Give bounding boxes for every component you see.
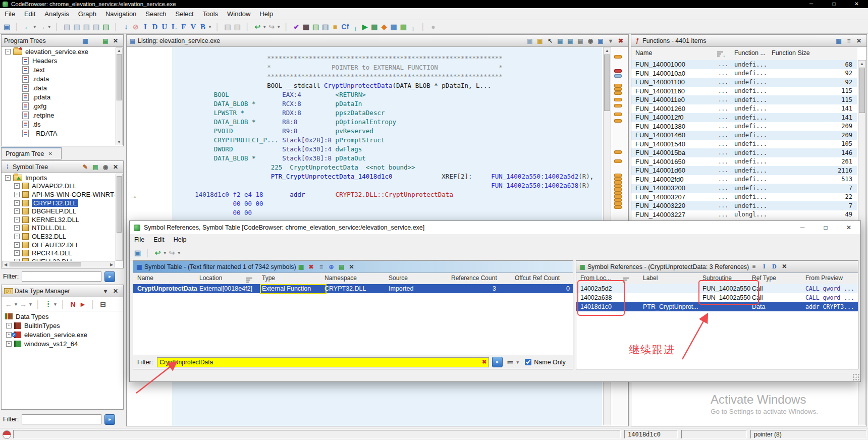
marker-change-icon[interactable]	[614, 202, 622, 205]
no-edit-icon[interactable]: N	[70, 299, 76, 310]
ref-list-icon[interactable]: ≡	[750, 263, 757, 270]
caret-icon[interactable]: ▾	[14, 299, 18, 310]
function-row[interactable]: FUN_140001260 ... undefi... 141	[631, 104, 857, 114]
separator[interactable]: │	[53, 21, 60, 32]
validate-icon[interactable]: ✔	[293, 21, 300, 32]
marker-change-icon[interactable]	[614, 191, 622, 195]
back-icon[interactable]: ←	[5, 299, 12, 310]
comment-bubble-icon[interactable]: ●	[430, 21, 437, 32]
no-pointer-icon[interactable]: ►	[79, 299, 86, 310]
menu-icon[interactable]: ≡	[845, 37, 852, 44]
program-tree-item[interactable]: .gxfg	[2, 101, 115, 111]
tree-root-row[interactable]: − elevation_service.exe	[2, 47, 115, 56]
symbol-reference-row[interactable]: 14002a5d2 FUN_14002a550 Call CALL qword …	[576, 284, 858, 293]
close-icon[interactable]: ✖	[617, 37, 624, 44]
import-dll-item[interactable]: + KERNEL32.DLL	[2, 215, 115, 224]
program-tree-item[interactable]: Headers	[2, 56, 115, 65]
import-dll-item[interactable]: + RPCRT4.DLL	[2, 249, 115, 257]
menu-item[interactable]: Select	[171, 10, 198, 18]
close-icon[interactable]: ✕	[112, 163, 119, 171]
symbol-tree-hscrollbar[interactable]: ◀ ▶	[2, 261, 115, 267]
import-icon[interactable]: ▤	[92, 163, 99, 171]
marker-change-icon[interactable]	[614, 198, 622, 202]
function-row[interactable]: FUN_1400015ba ... undefi... 146	[631, 148, 857, 157]
dtm-item[interactable]: + BuiltInTypes	[2, 321, 123, 330]
marker-change-icon[interactable]	[614, 159, 622, 163]
save-icon[interactable]: ▣	[4, 21, 10, 32]
marker-change-icon[interactable]	[614, 181, 622, 184]
stamp2-icon[interactable]: ▤	[234, 21, 241, 32]
menu-item[interactable]: Window	[223, 10, 255, 18]
close-icon[interactable]: ✕	[348, 263, 355, 270]
letter-l-icon[interactable]: L	[171, 21, 177, 32]
snapshot-camera-icon[interactable]: ◉	[102, 163, 109, 171]
marker-change-icon[interactable]	[614, 174, 622, 177]
function-row[interactable]: FUN_1400010a0 ... undefi... 92	[631, 69, 857, 78]
marker-change-icon[interactable]	[614, 188, 622, 191]
clear-code-icon[interactable]: ⊘	[132, 21, 139, 32]
dtm-item[interactable]: + windows_vs12_64	[2, 339, 123, 348]
tab-close-icon[interactable]: ✕	[48, 151, 52, 156]
program-tree-item[interactable]: .pdata	[2, 92, 115, 101]
expand-expander[interactable]: +	[14, 183, 20, 189]
menu-item[interactable]: Tools	[198, 10, 223, 18]
menu-item[interactable]: Edit	[149, 236, 169, 243]
binary-view-icon[interactable]: ▥	[303, 21, 309, 32]
separator[interactable]: │	[90, 299, 96, 310]
function-row[interactable]: FUN_1400011e0 ... undefi... 115	[631, 95, 857, 104]
function-row[interactable]: FUN_140001160 ... undefi... 115	[631, 87, 857, 96]
separator[interactable]: │	[283, 21, 290, 32]
function-row[interactable]: FUN_140003207 ... undefi... 22	[631, 193, 857, 202]
function-row[interactable]: FUN_1400012f0 ... undefi... 141	[631, 113, 857, 122]
instruction-refs-icon[interactable]: I	[761, 263, 768, 270]
diff-apply-icon[interactable]: ▤	[567, 37, 574, 44]
separator[interactable]: │	[60, 299, 66, 310]
memory-map-icon[interactable]: ▤	[322, 21, 329, 32]
filter-options-icon[interactable]: ≔	[507, 358, 514, 366]
separator[interactable]: │	[14, 21, 20, 32]
table-export-icon[interactable]: ▦	[400, 21, 407, 32]
program-tree-item[interactable]: .rdata	[2, 74, 115, 83]
marker-change-icon[interactable]	[614, 184, 622, 188]
imports-root-row[interactable]: − Imports	[2, 174, 115, 182]
import-dll-item[interactable]: + NTDLL.DLL	[2, 224, 115, 233]
close-button[interactable]: ✕	[845, 0, 868, 8]
run-script-icon[interactable]: ▶	[361, 21, 368, 32]
redo-icon[interactable]: ↪	[268, 21, 275, 32]
patch-out-icon[interactable]: ▤	[73, 21, 80, 32]
separator[interactable]: │	[214, 21, 221, 32]
marker-change-icon[interactable]	[614, 119, 622, 123]
data-type-folder-icon[interactable]: ■	[332, 21, 339, 32]
program-tree-item[interactable]: .tls	[2, 120, 115, 129]
caret-icon[interactable]: ▾	[263, 21, 266, 32]
letter-b-icon[interactable]: B	[199, 21, 206, 32]
marker-change-icon[interactable]	[614, 177, 622, 181]
export-table-icon[interactable]: ▦	[298, 263, 305, 270]
marker-change-icon[interactable]	[614, 55, 622, 59]
table-icon[interactable]: ▦	[391, 21, 397, 32]
expand-expander[interactable]: +	[14, 242, 20, 248]
collapse-expander[interactable]: −	[5, 49, 11, 54]
caret-icon[interactable]: ▾	[163, 247, 167, 258]
caret-icon[interactable]: ▾	[177, 247, 181, 258]
data-refs-icon[interactable]: D	[771, 263, 778, 270]
functions-column-header[interactable]: Name . Function ... Function Size	[631, 47, 857, 61]
letter-v-icon[interactable]: V	[190, 21, 196, 32]
import-dll-item[interactable]: + OLEAUT32.DLL	[2, 241, 115, 249]
letter-f-icon[interactable]: F	[180, 21, 187, 32]
forward-icon[interactable]: →	[38, 21, 45, 32]
function-row[interactable]: FUN_140001000 ... undefi... 68	[631, 60, 857, 69]
function-row[interactable]: FUN_140001540 ... undefi... 105	[631, 140, 857, 149]
letter-i-icon[interactable]: I	[142, 21, 148, 32]
caret-icon[interactable]: ▾	[47, 21, 51, 32]
filter-settings-button[interactable]: ▸	[104, 271, 115, 282]
save-icon[interactable]: ▣	[134, 247, 141, 258]
expand-expander[interactable]: +	[14, 217, 20, 223]
expand-expander[interactable]: +	[14, 234, 20, 239]
menu-item[interactable]: Help	[255, 10, 278, 18]
marker-change-icon[interactable]	[614, 205, 622, 209]
separator[interactable]: │	[144, 247, 151, 258]
expand-expander[interactable]: +	[6, 341, 12, 347]
caret-icon[interactable]: ▾	[516, 357, 519, 368]
menu-item[interactable]: Edit	[20, 10, 40, 18]
